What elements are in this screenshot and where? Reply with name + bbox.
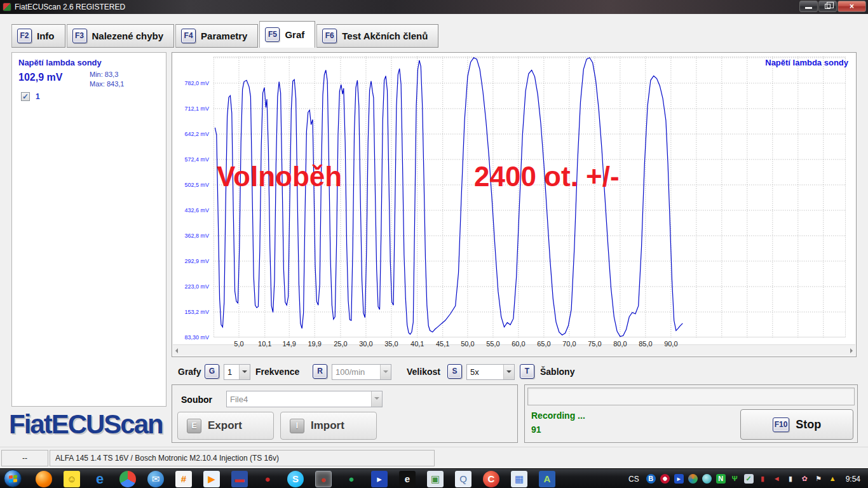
sensor-panel: Napětí lambda sondy 102,9 mV Min: 83,3 M…: [11, 52, 166, 407]
fiatecuscan-taskbar-icon[interactable]: ●: [343, 471, 360, 487]
tab-parametry-label: Parametry: [201, 30, 247, 41]
flower-tray-icon[interactable]: ✿: [800, 474, 810, 484]
vehicle-info: ALFA 145 1.4 TS 16V / Bosch Motronic M2.…: [50, 450, 435, 466]
tab-graf[interactable]: F5Graf: [259, 21, 315, 48]
sensor-max-value: Max: 843,1: [90, 80, 124, 88]
soubor-select: File4: [226, 391, 383, 407]
antivirus-icon[interactable]: [660, 474, 670, 484]
sensor-min-value: Min: 83,3: [90, 71, 118, 78]
x-axis-tick-label: 45,1: [429, 340, 457, 348]
tab-test-akcnich-clenu-label: Test Akčních členů: [342, 30, 428, 41]
export-button[interactable]: E Export: [177, 412, 274, 440]
tab-graf-key-badge: F5: [265, 27, 280, 42]
chevron-down-icon[interactable]: [239, 365, 250, 379]
battery-icon[interactable]: ▮: [786, 474, 796, 484]
tab-info[interactable]: F2Info: [11, 24, 65, 48]
blue-app-tray-icon[interactable]: ▸: [674, 474, 684, 484]
chart-legend-title: Napětí lambda sondy: [765, 58, 848, 67]
network-ok-icon[interactable]: ✓: [744, 474, 754, 484]
velikost-select[interactable]: 5x: [466, 364, 515, 380]
chevron-down-icon: [380, 365, 391, 379]
network-warning-icon[interactable]: ▲: [828, 474, 837, 484]
stop-button[interactable]: F10 Stop: [740, 409, 853, 440]
y-axis-tick-label: 642,2 mV: [172, 131, 209, 137]
fiatecuscan-taskbar-active-icon[interactable]: ●: [315, 471, 332, 487]
scrollbar-right-button[interactable]: [844, 345, 855, 356]
grafy-select[interactable]: 1: [224, 364, 250, 380]
status-left-cell: --: [1, 450, 48, 466]
system-window-icon[interactable]: ▦: [511, 471, 527, 487]
scroll-right-icon: [850, 348, 853, 353]
eye-tray-icon[interactable]: [688, 474, 698, 484]
firefox-icon[interactable]: [36, 471, 52, 487]
annotation-2400ot: 2400 ot. +/-: [474, 161, 620, 193]
backup-app-icon[interactable]: ▬: [231, 471, 248, 487]
hash-app-icon[interactable]: #: [175, 471, 192, 487]
grafy-select-value: 1: [224, 367, 239, 377]
sensor-current-value: 102,9 mV: [18, 72, 62, 83]
tab-nalezene-chyby[interactable]: F3Nalezené chyby: [67, 24, 175, 48]
sablony-label: Šablony: [540, 367, 574, 377]
import-button[interactable]: I Import: [280, 412, 377, 440]
velikost-select-value: 5x: [467, 367, 503, 377]
tab-test-akcnich-clenu[interactable]: F6Test Akčních členů: [316, 24, 438, 48]
fiatecuscan-window: FiatECUScan 2.6 REGISTERED × F2InfoF3Nal…: [0, 0, 868, 488]
power-plan-icon[interactable]: N: [716, 474, 726, 484]
x-axis-tick-label: 19,9: [301, 340, 329, 348]
recording-status: Recording ...: [531, 410, 585, 421]
series-1-label: 1: [36, 92, 40, 101]
close-button[interactable]: ×: [837, 1, 866, 12]
remote-desktop-icon[interactable]: ▣: [427, 471, 444, 487]
y-axis-tick-label: 782,0 mV: [172, 80, 209, 86]
soubor-label: Soubor: [181, 395, 212, 405]
frekvence-select-value: 100/min: [332, 367, 380, 377]
sensor-title: Napětí lambda sondy: [18, 58, 102, 67]
window-title: FiatECUScan 2.6 REGISTERED: [15, 3, 125, 11]
x-axis-tick-label: 5,0: [225, 340, 253, 348]
taskbar-app-icons: ☺e✉#▶▬●S●●▸e▣QC▦A: [36, 470, 555, 488]
y-axis-tick-label: 83,30 mV: [172, 334, 209, 341]
minimize-button[interactable]: [799, 1, 818, 12]
wireless-icon[interactable]: Ψ: [730, 474, 740, 484]
frekvence-select: 100/min: [332, 364, 391, 380]
x-axis-tick-label: 90,0: [657, 340, 685, 348]
grafy-key-badge[interactable]: G: [205, 364, 219, 379]
search-tool-icon[interactable]: Q: [455, 471, 471, 487]
start-button[interactable]: [4, 470, 22, 487]
record-panel: Recording ... 91 F10 Stop: [524, 384, 858, 443]
taskbar-clock[interactable]: 9:54: [846, 475, 860, 484]
x-axis-tick-label: 65,0: [530, 340, 558, 348]
qip-icon[interactable]: ☺: [64, 471, 80, 487]
volume-muted-icon[interactable]: ◄: [772, 474, 782, 484]
apple-app-icon[interactable]: ●: [259, 471, 276, 487]
chevron-down-icon[interactable]: [503, 365, 514, 379]
close-icon: ×: [838, 2, 865, 11]
thunderbird-icon[interactable]: ✉: [147, 471, 164, 487]
teal-app-tray-icon[interactable]: [702, 474, 712, 484]
restore-button[interactable]: [818, 1, 837, 12]
fiatecuscan-logo: FiatECUScan: [9, 409, 163, 440]
velikost-key-badge[interactable]: S: [447, 364, 462, 379]
tab-parametry[interactable]: F4Parametry: [175, 24, 258, 48]
tab-graf-label: Graf: [285, 29, 304, 40]
chrome-icon[interactable]: [119, 471, 136, 487]
skype-icon[interactable]: S: [287, 471, 304, 487]
x-axis-tick-label: 30,0: [352, 340, 380, 348]
frekvence-key-badge[interactable]: R: [313, 364, 327, 379]
ccleaner-icon[interactable]: C: [483, 471, 499, 487]
spray-tool-icon[interactable]: ▮: [758, 474, 768, 484]
blue-bird-app-icon[interactable]: ▸: [371, 471, 388, 487]
taskbar: ☺e✉#▶▬●S●●▸e▣QC▦A CS B▸NΨ✓▮◄▮✿⚑▲ 9:54: [0, 468, 868, 488]
media-player-icon[interactable]: ▶: [203, 471, 220, 487]
bluetooth-icon[interactable]: B: [646, 474, 656, 484]
language-indicator[interactable]: CS: [628, 475, 639, 484]
sablony-key-badge[interactable]: T: [520, 364, 534, 379]
action-center-flag-icon[interactable]: ⚑: [814, 474, 824, 484]
y-axis-tick-label: 432,6 mV: [172, 207, 209, 214]
android-tool-icon[interactable]: A: [539, 471, 555, 487]
scrollbar-left-button[interactable]: [173, 345, 184, 356]
series-1-checkbox[interactable]: ✓: [21, 92, 30, 101]
internet-explorer-icon[interactable]: e: [92, 471, 108, 487]
emule-icon[interactable]: e: [399, 471, 416, 487]
export-key-badge: E: [187, 419, 201, 433]
